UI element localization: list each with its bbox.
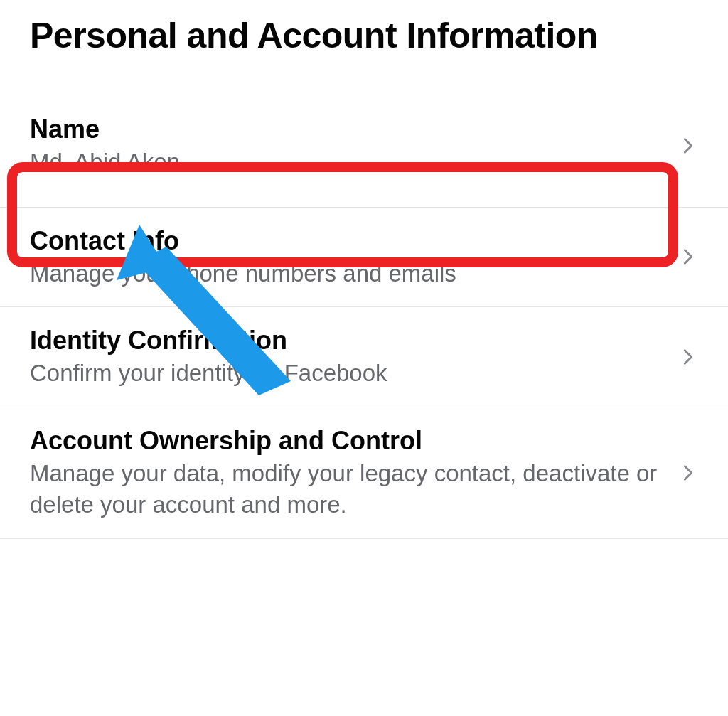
item-label: Name (30, 113, 664, 145)
name-item[interactable]: Name Md. Abid Akon (0, 80, 728, 208)
item-subtext: Manage your phone numbers and emails (30, 258, 664, 290)
item-subtext: Confirm your identity on Facebook (30, 358, 664, 390)
chevron-right-icon (678, 347, 698, 367)
item-subtext: Manage your data, modify your legacy con… (30, 458, 664, 521)
item-text: Name Md. Abid Akon (30, 113, 678, 178)
item-text: Account Ownership and Control Manage you… (30, 424, 678, 521)
item-text: Identity Confirmation Confirm your ident… (30, 324, 678, 390)
chevron-right-icon (678, 136, 698, 156)
identity-confirmation-item[interactable]: Identity Confirmation Confirm your ident… (0, 307, 728, 407)
page-title: Personal and Account Information (0, 0, 728, 80)
chevron-right-icon (678, 463, 698, 483)
chevron-right-icon (678, 247, 698, 267)
item-label: Identity Confirmation (30, 324, 664, 356)
settings-list: Name Md. Abid Akon Contact Info Manage y… (0, 80, 728, 539)
item-text: Contact Info Manage your phone numbers a… (30, 225, 678, 290)
account-ownership-item[interactable]: Account Ownership and Control Manage you… (0, 407, 728, 539)
item-label: Contact Info (30, 225, 664, 257)
item-subtext: Md. Abid Akon (30, 146, 664, 178)
item-label: Account Ownership and Control (30, 424, 664, 456)
contact-info-item[interactable]: Contact Info Manage your phone numbers a… (0, 208, 728, 308)
